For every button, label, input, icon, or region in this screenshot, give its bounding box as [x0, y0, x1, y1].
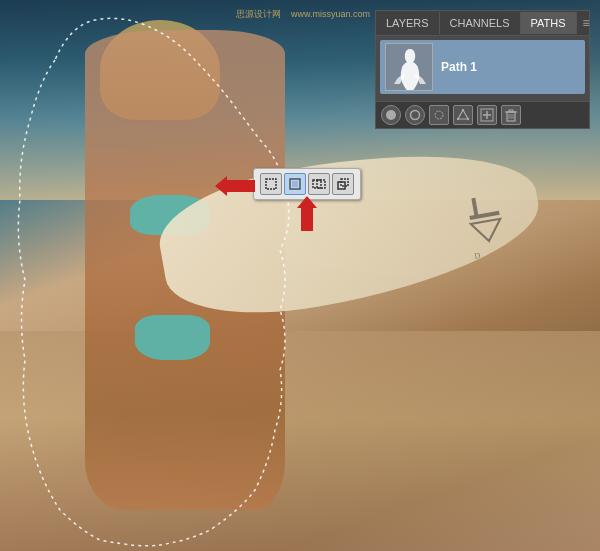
svg-rect-8	[292, 181, 298, 187]
bikini-bottom	[135, 315, 210, 360]
svg-point-17	[411, 111, 420, 120]
svg-marker-19	[458, 110, 468, 119]
panel-bottom-toolbar	[376, 101, 589, 128]
arrow-left	[215, 176, 255, 196]
tab-layers[interactable]: LAYERS	[376, 12, 440, 34]
tab-paths[interactable]: PATHS	[521, 12, 577, 34]
toolbar-btn-1[interactable]	[260, 173, 282, 195]
svg-text:D: D	[474, 251, 481, 261]
path-thumbnail	[385, 43, 433, 91]
new-path-btn[interactable]	[477, 105, 497, 125]
panel-menu-icon[interactable]: ≡	[577, 11, 596, 35]
panels-container: LAYERS CHANNELS PATHS ≡ Path 1	[375, 10, 590, 129]
toolbar-btn-3[interactable]	[308, 173, 330, 195]
toolbar-btn-2[interactable]	[284, 173, 306, 195]
selection-to-path-btn[interactable]	[429, 105, 449, 125]
paths-panel-content: Path 1	[376, 36, 589, 101]
svg-point-16	[386, 110, 396, 120]
tab-channels[interactable]: CHANNELS	[440, 12, 521, 34]
svg-rect-28	[509, 110, 513, 112]
path-item-label: Path 1	[441, 60, 477, 74]
toolbar-btn-4[interactable]	[332, 173, 354, 195]
stroke-path-btn[interactable]	[405, 105, 425, 125]
arrow-up	[297, 196, 317, 231]
delete-path-btn[interactable]	[501, 105, 521, 125]
svg-marker-14	[297, 196, 317, 231]
svg-marker-2	[471, 219, 504, 244]
svg-rect-6	[266, 179, 276, 189]
svg-marker-13	[215, 176, 255, 196]
panel-tabs: LAYERS CHANNELS PATHS ≡	[376, 11, 589, 36]
path-to-selection-btn[interactable]	[453, 105, 473, 125]
canvas: D	[0, 0, 600, 551]
svg-point-18	[435, 111, 443, 119]
path-item[interactable]: Path 1	[380, 40, 585, 94]
fill-path-btn[interactable]	[381, 105, 401, 125]
